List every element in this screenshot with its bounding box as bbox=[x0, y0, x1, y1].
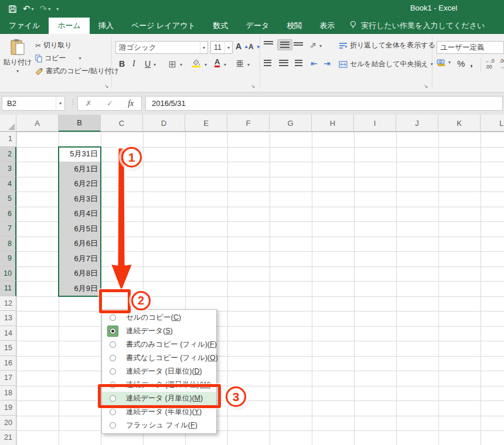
menu-item-fill-without-formatting[interactable]: 書式なしコピー (フィル)(O) bbox=[102, 351, 216, 365]
row-header-19[interactable]: 19 bbox=[0, 400, 16, 416]
row-header-11[interactable]: 11 bbox=[0, 281, 16, 296]
insert-function-icon[interactable]: fx bbox=[128, 99, 134, 108]
decrease-font-size-button[interactable]: A▼ bbox=[248, 43, 261, 51]
clipboard-dialog-launcher[interactable]: ↘ bbox=[104, 83, 109, 89]
column-header-L[interactable]: L bbox=[481, 115, 504, 132]
orientation-button[interactable]: ⇗ bbox=[309, 40, 316, 50]
fill-color-button[interactable] bbox=[192, 59, 200, 67]
row-header-13[interactable]: 13 bbox=[0, 311, 16, 326]
row-header-21[interactable]: 21 bbox=[0, 430, 16, 445]
align-left-button[interactable] bbox=[264, 60, 271, 66]
row-header-10[interactable]: 10 bbox=[0, 266, 16, 282]
copy-button[interactable]: コピー ▾ bbox=[35, 53, 81, 63]
column-header-B[interactable]: B bbox=[59, 115, 101, 132]
row-header-14[interactable]: 14 bbox=[0, 326, 16, 341]
merge-center-button[interactable]: セルを結合して中央揃え ▾ bbox=[339, 59, 433, 69]
bottom-align-button[interactable] bbox=[294, 42, 303, 46]
paste-button[interactable]: 貼り付け ▾ bbox=[5, 39, 30, 74]
tab-review[interactable]: 校閲 bbox=[278, 18, 311, 34]
font-color-button[interactable]: A bbox=[214, 59, 220, 67]
tab-insert[interactable]: 挿入 bbox=[90, 18, 122, 34]
number-format-combo[interactable]: ユーザー定義 bbox=[437, 41, 504, 54]
cell-B8[interactable]: 6月6日 bbox=[59, 237, 101, 252]
row-header-5[interactable]: 5 bbox=[0, 191, 16, 207]
column-header-J[interactable]: J bbox=[396, 115, 438, 132]
cell-B4[interactable]: 6月2日 bbox=[59, 177, 101, 192]
cell-B10[interactable]: 6月8日 bbox=[59, 266, 101, 282]
cut-button[interactable]: ✂ 切り取り bbox=[35, 40, 72, 50]
comma-style-button[interactable]: ‚ bbox=[470, 57, 473, 69]
align-right-button[interactable] bbox=[295, 60, 302, 66]
name-box[interactable]: B2 ▾ bbox=[2, 96, 65, 111]
decrease-decimal-button[interactable]: .00 →.0 bbox=[499, 58, 504, 70]
menu-item-fill-series[interactable]: 連続データ(S) bbox=[102, 324, 216, 338]
column-header-H[interactable]: H bbox=[312, 115, 354, 132]
cancel-icon[interactable]: ✗ bbox=[86, 99, 92, 108]
increase-indent-button[interactable]: ⇥ bbox=[323, 59, 331, 68]
cell-B5[interactable]: 6月3日 bbox=[59, 191, 101, 207]
undo-button[interactable]: ↶▾ bbox=[23, 4, 34, 14]
bold-button[interactable]: B bbox=[119, 59, 125, 69]
menu-item-fill-days[interactable]: 連続データ (日単位)(D) bbox=[102, 365, 216, 378]
format-painter-button[interactable]: 書式のコピー/貼り付け bbox=[35, 66, 119, 76]
row-header-3[interactable]: 3 bbox=[0, 162, 16, 177]
save-icon[interactable] bbox=[8, 5, 17, 13]
row-header-12[interactable]: 12 bbox=[0, 296, 16, 312]
cell-B11[interactable]: 6月9日 bbox=[59, 281, 101, 296]
row-header-17[interactable]: 17 bbox=[0, 371, 16, 386]
column-header-C[interactable]: C bbox=[101, 115, 143, 132]
phonetic-dropdown[interactable]: ▾ bbox=[247, 62, 250, 67]
fill-color-dropdown[interactable]: ▾ bbox=[205, 62, 207, 67]
column-header-G[interactable]: G bbox=[270, 115, 312, 132]
tab-data[interactable]: データ bbox=[237, 18, 278, 34]
tab-page-layout[interactable]: ページ レイアウト bbox=[122, 18, 205, 34]
alignment-dialog-launcher[interactable]: ↘ bbox=[424, 83, 428, 89]
font-color-dropdown[interactable]: ▾ bbox=[224, 62, 226, 67]
increase-font-size-button[interactable]: A▲ bbox=[236, 42, 248, 51]
accounting-format-button[interactable]: ▾ bbox=[437, 59, 451, 66]
middle-align-button[interactable] bbox=[277, 39, 292, 50]
borders-dropdown[interactable]: ▾ bbox=[180, 62, 182, 67]
cell-B7[interactable]: 6月5日 bbox=[59, 221, 101, 237]
menu-item-fill-formatting-only[interactable]: 書式のみコピー (フィル)(F) bbox=[102, 338, 216, 351]
decrease-indent-button[interactable]: ⇤ bbox=[311, 59, 318, 68]
select-all-button[interactable] bbox=[0, 115, 16, 132]
row-header-8[interactable]: 8 bbox=[0, 237, 16, 252]
tab-home[interactable]: ホーム bbox=[49, 18, 90, 34]
cell-B3[interactable]: 6月1日 bbox=[59, 162, 101, 177]
underline-button[interactable]: U bbox=[145, 59, 151, 69]
column-header-I[interactable]: I bbox=[354, 115, 396, 132]
wrap-text-button[interactable]: 折り返して全体を表示する bbox=[339, 40, 435, 50]
tab-view[interactable]: 表示 bbox=[311, 18, 343, 34]
column-header-D[interactable]: D bbox=[143, 115, 185, 132]
top-align-button[interactable] bbox=[264, 41, 273, 45]
redo-button[interactable]: ↷▾ bbox=[40, 4, 51, 14]
italic-button[interactable]: I bbox=[132, 59, 135, 69]
chevron-down-icon[interactable]: ▾ bbox=[224, 42, 232, 53]
row-header-2[interactable]: 2 bbox=[0, 147, 16, 162]
name-box-dropdown[interactable]: ▾ bbox=[56, 97, 64, 110]
column-header-F[interactable]: F bbox=[227, 115, 270, 132]
font-name-combo[interactable]: 游ゴシック ▾ bbox=[115, 41, 208, 54]
row-header-15[interactable]: 15 bbox=[0, 341, 16, 356]
percent-style-button[interactable]: % bbox=[457, 59, 465, 69]
grip-icon[interactable]: ⋮ bbox=[70, 98, 76, 106]
column-header-A[interactable]: A bbox=[16, 115, 59, 132]
increase-decimal-button[interactable]: ←.0 .00 bbox=[485, 58, 495, 70]
column-header-K[interactable]: K bbox=[438, 115, 481, 132]
customize-qat-button[interactable]: ▾ bbox=[56, 6, 59, 12]
cell-B6[interactable]: 6月4日 bbox=[59, 207, 101, 222]
underline-dropdown[interactable]: ▾ bbox=[154, 62, 156, 67]
row-header-9[interactable]: 9 bbox=[0, 251, 16, 266]
orientation-dropdown[interactable]: ▾ bbox=[319, 43, 322, 49]
tab-file[interactable]: ファイル bbox=[0, 18, 49, 34]
row-header-6[interactable]: 6 bbox=[0, 207, 16, 222]
row-header-18[interactable]: 18 bbox=[0, 386, 16, 401]
menu-item-flash-fill[interactable]: フラッシュ フィル(F) bbox=[102, 419, 216, 432]
chevron-down-icon[interactable]: ▾ bbox=[200, 42, 207, 53]
row-header-16[interactable]: 16 bbox=[0, 356, 16, 371]
phonetic-guide-button[interactable]: 亜 bbox=[236, 59, 244, 69]
tab-formulas[interactable]: 数式 bbox=[205, 18, 237, 34]
row-header-20[interactable]: 20 bbox=[0, 416, 16, 431]
row-header-7[interactable]: 7 bbox=[0, 221, 16, 237]
